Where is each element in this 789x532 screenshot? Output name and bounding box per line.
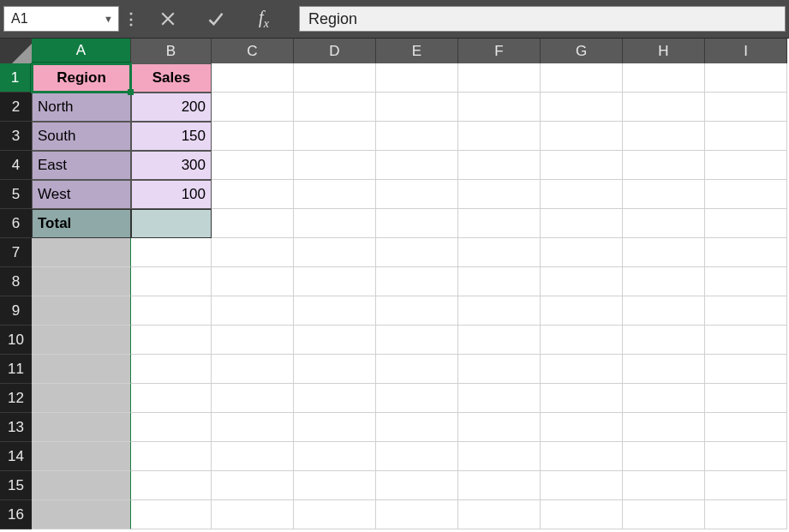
cell-E6[interactable] [376,209,458,238]
cell-F9[interactable] [458,296,541,326]
cell-C1[interactable] [212,63,294,93]
cell-G15[interactable] [541,471,623,500]
cell-B15[interactable] [131,471,212,500]
cell-D8[interactable] [294,267,376,296]
cell-I2[interactable] [705,93,787,122]
cell-G8[interactable] [541,267,623,296]
cell-A2[interactable]: North [32,93,131,122]
column-header-B[interactable]: B [131,39,212,63]
cell-B8[interactable] [131,267,212,296]
cell-D3[interactable] [294,122,376,151]
cell-E10[interactable] [376,326,458,355]
cell-H13[interactable] [623,413,705,442]
cell-B7[interactable] [131,238,212,267]
cell-A13[interactable] [32,413,131,442]
column-header-G[interactable]: G [541,39,623,63]
cell-E3[interactable] [376,122,458,151]
cell-B9[interactable] [131,296,212,326]
cell-H12[interactable] [623,384,705,413]
cell-D4[interactable] [294,151,376,180]
cell-G3[interactable] [541,122,623,151]
cell-H14[interactable] [623,442,705,471]
cell-D16[interactable] [294,500,376,529]
cell-A11[interactable] [32,355,131,384]
cell-A12[interactable] [32,384,131,413]
cell-B2[interactable]: 200 [131,93,212,122]
cell-H9[interactable] [623,296,705,326]
row-header-3[interactable]: 3 [0,122,32,151]
cell-I7[interactable] [705,238,787,267]
row-header-15[interactable]: 15 [0,471,32,500]
cell-F16[interactable] [458,500,541,529]
column-header-H[interactable]: H [623,39,705,63]
name-box[interactable]: A1 ▼ [3,6,119,32]
cell-D5[interactable] [294,180,376,209]
cell-A1[interactable]: Region [32,63,131,93]
cell-D2[interactable] [294,93,376,122]
row-header-6[interactable]: 6 [0,209,32,238]
cell-C12[interactable] [212,384,294,413]
cell-D10[interactable] [294,326,376,355]
cell-I3[interactable] [705,122,787,151]
cell-F11[interactable] [458,355,541,384]
cell-C5[interactable] [212,180,294,209]
cell-A10[interactable] [32,326,131,355]
cell-D1[interactable] [294,63,376,93]
column-header-C[interactable]: C [212,39,294,63]
cell-B12[interactable] [131,384,212,413]
cell-A9[interactable] [32,296,131,326]
cell-E15[interactable] [376,471,458,500]
cell-E13[interactable] [376,413,458,442]
cell-H15[interactable] [623,471,705,500]
column-header-I[interactable]: I [705,39,787,63]
cell-C14[interactable] [212,442,294,471]
cell-C3[interactable] [212,122,294,151]
cell-D11[interactable] [294,355,376,384]
cell-B14[interactable] [131,442,212,471]
cell-D13[interactable] [294,413,376,442]
cell-H1[interactable] [623,63,705,93]
cell-D6[interactable] [294,209,376,238]
cell-A16[interactable] [32,500,131,529]
cell-G5[interactable] [541,180,623,209]
row-header-2[interactable]: 2 [0,93,32,122]
cell-D14[interactable] [294,442,376,471]
cell-I5[interactable] [705,180,787,209]
cell-H16[interactable] [623,500,705,529]
column-header-D[interactable]: D [294,39,376,63]
cell-B3[interactable]: 150 [131,122,212,151]
cell-C7[interactable] [212,238,294,267]
cell-F3[interactable] [458,122,541,151]
fx-button[interactable]: fx [248,6,280,32]
cell-D15[interactable] [294,471,376,500]
cell-C2[interactable] [212,93,294,122]
cell-H3[interactable] [623,122,705,151]
cell-D9[interactable] [294,296,376,326]
row-header-9[interactable]: 9 [0,296,32,326]
cell-F5[interactable] [458,180,541,209]
row-header-10[interactable]: 10 [0,326,32,355]
cell-B4[interactable]: 300 [131,151,212,180]
cell-H4[interactable] [623,151,705,180]
cell-E11[interactable] [376,355,458,384]
cell-G2[interactable] [541,93,623,122]
row-header-1[interactable]: 1 [0,63,32,93]
cell-F15[interactable] [458,471,541,500]
cell-C11[interactable] [212,355,294,384]
cell-E2[interactable] [376,93,458,122]
cell-A6[interactable]: Total [32,209,131,238]
cell-B16[interactable] [131,500,212,529]
cell-I14[interactable] [705,442,787,471]
cell-E7[interactable] [376,238,458,267]
cell-G13[interactable] [541,413,623,442]
row-header-16[interactable]: 16 [0,500,32,529]
cell-C16[interactable] [212,500,294,529]
row-header-7[interactable]: 7 [0,238,32,267]
formula-input[interactable]: Region [299,6,786,32]
cell-I8[interactable] [705,267,787,296]
cell-B1[interactable]: Sales [131,63,212,93]
cell-F6[interactable] [458,209,541,238]
cell-I4[interactable] [705,151,787,180]
cell-G6[interactable] [541,209,623,238]
accept-formula-button[interactable] [200,6,232,32]
